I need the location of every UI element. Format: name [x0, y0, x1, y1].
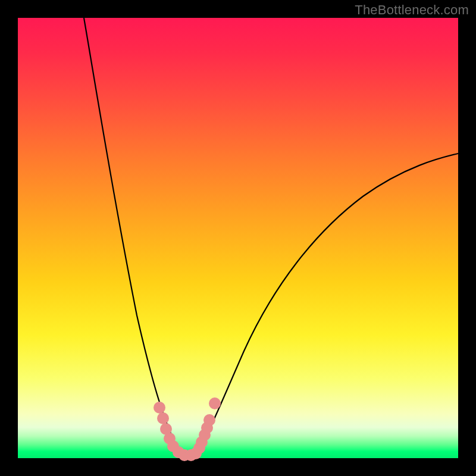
plot-area: [18, 18, 458, 458]
watermark-text: TheBottleneck.com: [355, 2, 469, 18]
svg-point-0: [154, 402, 165, 414]
svg-point-13: [203, 414, 215, 426]
svg-point-14: [209, 397, 221, 409]
left-branch-curve: [84, 18, 181, 455]
right-branch-curve: [196, 154, 458, 455]
valley-markers: [154, 397, 221, 461]
curve-layer: [18, 18, 458, 458]
svg-point-1: [157, 412, 169, 424]
chart-frame: TheBottleneck.com: [0, 0, 476, 476]
